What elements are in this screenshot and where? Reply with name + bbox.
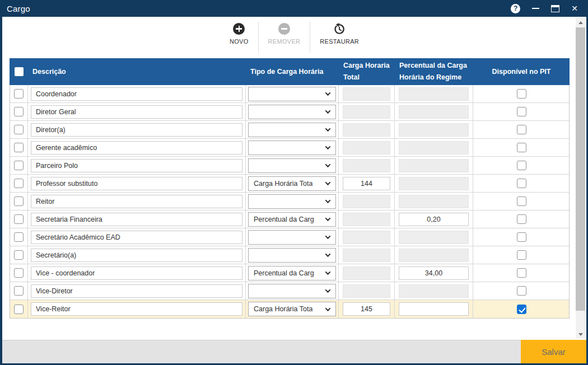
descricao-input[interactable] [31,266,242,280]
carga-horaria-total-input[interactable] [343,266,390,280]
row-select-cell [10,246,28,264]
row-checkbox[interactable] [14,143,24,152]
tipo-carga-select[interactable] [248,248,336,263]
disponivel-pit-cell [473,175,570,192]
pit-checkbox[interactable] [517,232,526,242]
tipo-carga-select[interactable] [248,123,336,137]
pit-checkbox[interactable] [517,196,526,206]
tipo-carga-select[interactable]: Carga Horária Tota [248,176,336,191]
row-checkbox[interactable] [14,179,24,188]
percentual-input[interactable] [399,87,469,101]
remover-button[interactable]: REMOVER [258,22,310,53]
scrollbar-thumb[interactable] [576,27,585,311]
percentual-cell [395,264,473,282]
descricao-input[interactable] [31,284,242,298]
row-checkbox[interactable] [14,268,24,278]
restaurar-button[interactable]: RESTAURAR [310,22,368,53]
percentual-cell [395,228,473,246]
descricao-input[interactable] [31,141,242,155]
pit-checkbox[interactable] [517,179,526,188]
row-checkbox[interactable] [14,125,24,134]
row-checkbox[interactable] [14,250,24,260]
row-checkbox[interactable] [14,214,24,224]
maximize-icon[interactable] [551,5,559,12]
tipo-carga-select[interactable]: Percentual da Carg [248,266,336,280]
carga-horaria-total-input[interactable] [343,249,390,262]
descricao-input[interactable] [31,177,242,190]
minimize-icon[interactable] [532,8,539,9]
percentual-input[interactable] [399,249,469,262]
pit-checkbox[interactable] [517,214,526,224]
row-checkbox[interactable] [14,161,24,170]
pit-checkbox[interactable] [517,268,526,278]
percentual-input[interactable] [399,159,469,172]
tipo-carga-select[interactable] [248,141,336,155]
pit-checkbox[interactable] [517,305,526,314]
descricao-input[interactable] [31,195,242,208]
percentual-input[interactable] [399,213,469,226]
descricao-input[interactable] [31,87,242,101]
close-icon[interactable]: ✕ [571,4,578,12]
descricao-cell [28,157,246,174]
descricao-input[interactable] [31,213,242,226]
carga-horaria-total-input[interactable] [343,141,390,155]
carga-horaria-total-input[interactable] [343,87,390,101]
carga-horaria-total-input[interactable] [343,302,390,316]
pit-checkbox[interactable] [517,161,526,170]
carga-horaria-total-input[interactable] [343,105,390,119]
scroll-down-button[interactable] [576,330,585,339]
carga-horaria-total-input[interactable] [343,123,390,137]
pit-checkbox[interactable] [517,143,526,152]
percentual-input[interactable] [399,284,469,298]
percentual-input[interactable] [399,141,469,155]
descricao-input[interactable] [31,249,242,262]
pit-checkbox[interactable] [517,250,526,260]
percentual-input[interactable] [399,195,469,208]
tipo-carga-select[interactable] [248,105,336,119]
scroll-up-button[interactable] [576,18,585,27]
tipo-carga-select[interactable] [248,230,336,245]
carga-horaria-total-input[interactable] [343,284,390,298]
percentual-cell [395,210,473,228]
tipo-carga-select[interactable] [248,87,336,101]
percentual-cell [395,157,473,174]
percentual-input[interactable] [399,177,469,190]
percentual-input[interactable] [399,105,469,119]
tipo-carga-select[interactable]: Carga Horária Tota [248,302,336,316]
row-checkbox[interactable] [14,89,24,99]
tipo-carga-select[interactable] [248,158,336,173]
row-checkbox[interactable] [14,107,24,116]
salvar-button[interactable]: Salvar [521,340,586,363]
row-checkbox[interactable] [14,305,24,314]
percentual-input[interactable] [399,123,469,137]
novo-button[interactable]: NOVO [220,22,258,53]
carga-horaria-total-input[interactable] [343,195,390,208]
pit-checkbox[interactable] [517,89,526,99]
descricao-input[interactable] [31,231,242,244]
descricao-input[interactable] [31,123,242,137]
row-checkbox[interactable] [14,196,24,206]
help-icon[interactable]: ? [511,4,520,13]
carga-horaria-total-input[interactable] [343,177,390,190]
descricao-input[interactable] [31,105,242,119]
percentual-input[interactable] [399,231,469,244]
tipo-carga-select[interactable]: Percentual da Carg [248,212,336,227]
carga-horaria-total-input[interactable] [343,213,390,226]
percentual-input[interactable] [399,302,469,316]
percentual-input[interactable] [399,266,469,280]
descricao-cell [28,121,246,138]
descricao-input[interactable] [31,159,242,172]
tipo-carga-select[interactable] [248,194,336,209]
percentual-cell [395,282,473,300]
pit-checkbox[interactable] [517,107,526,116]
tipo-carga-select[interactable] [248,284,336,298]
cargo-table: Descrição Tipo de Carga Horária Carga Ho… [10,58,570,319]
pit-checkbox[interactable] [517,286,526,296]
row-checkbox[interactable] [14,232,24,242]
descricao-input[interactable] [31,302,242,316]
select-all-checkbox[interactable] [15,67,24,76]
carga-horaria-total-input[interactable] [343,231,390,244]
row-checkbox[interactable] [14,286,24,296]
carga-horaria-total-input[interactable] [343,159,390,172]
pit-checkbox[interactable] [517,125,526,134]
